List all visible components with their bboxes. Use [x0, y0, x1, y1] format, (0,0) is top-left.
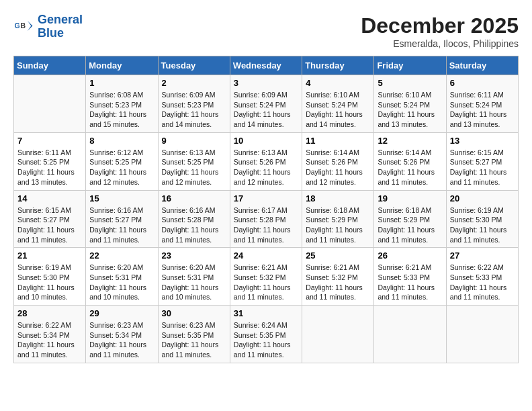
- day-number: 14: [17, 193, 82, 203]
- day-number: 31: [234, 308, 298, 318]
- day-cell: 14Sunrise: 6:15 AMSunset: 5:27 PMDayligh…: [14, 190, 86, 248]
- day-detail: Sunrise: 6:11 AMSunset: 5:24 PMDaylight:…: [450, 90, 515, 130]
- day-number: 18: [306, 193, 370, 203]
- day-cell: 31Sunrise: 6:24 AMSunset: 5:35 PMDayligh…: [230, 306, 302, 363]
- day-detail: Sunrise: 6:21 AMSunset: 5:32 PMDaylight:…: [306, 263, 370, 302]
- day-number: 26: [378, 250, 442, 261]
- day-number: 9: [162, 136, 226, 146]
- day-number: 5: [378, 78, 442, 88]
- day-number: 17: [234, 193, 298, 203]
- day-number: 30: [162, 308, 226, 318]
- col-header-saturday: Saturday: [446, 56, 518, 75]
- day-cell: 30Sunrise: 6:23 AMSunset: 5:35 PMDayligh…: [158, 306, 230, 363]
- day-number: 2: [162, 78, 226, 88]
- day-number: 27: [450, 250, 515, 261]
- day-number: 23: [162, 250, 226, 261]
- week-row-1: 1Sunrise: 6:08 AMSunset: 5:23 PMDaylight…: [14, 75, 519, 133]
- day-detail: Sunrise: 6:12 AMSunset: 5:25 PMDaylight:…: [89, 148, 154, 187]
- day-cell: 7Sunrise: 6:11 AMSunset: 5:25 PMDaylight…: [14, 132, 86, 190]
- day-cell: 11Sunrise: 6:14 AMSunset: 5:26 PMDayligh…: [302, 132, 374, 190]
- day-detail: Sunrise: 6:19 AMSunset: 5:30 PMDaylight:…: [17, 263, 82, 302]
- col-header-thursday: Thursday: [302, 56, 374, 75]
- col-header-wednesday: Wednesday: [230, 56, 302, 75]
- day-number: 1: [89, 78, 154, 88]
- day-detail: Sunrise: 6:16 AMSunset: 5:27 PMDaylight:…: [89, 205, 154, 245]
- logo-icon: G B: [13, 17, 34, 37]
- day-cell: 27Sunrise: 6:22 AMSunset: 5:33 PMDayligh…: [446, 248, 518, 306]
- col-header-monday: Monday: [86, 56, 158, 75]
- day-cell: 25Sunrise: 6:21 AMSunset: 5:32 PMDayligh…: [302, 248, 374, 306]
- day-detail: Sunrise: 6:17 AMSunset: 5:28 PMDaylight:…: [234, 205, 298, 245]
- week-row-2: 7Sunrise: 6:11 AMSunset: 5:25 PMDaylight…: [14, 132, 519, 190]
- day-cell: 3Sunrise: 6:09 AMSunset: 5:24 PMDaylight…: [230, 75, 302, 133]
- day-cell: 2Sunrise: 6:09 AMSunset: 5:23 PMDaylight…: [158, 75, 230, 133]
- page-header: G B General Blue December 2025 Esmeralda…: [13, 13, 519, 49]
- day-cell: 28Sunrise: 6:22 AMSunset: 5:34 PMDayligh…: [14, 306, 86, 363]
- day-cell: 29Sunrise: 6:23 AMSunset: 5:34 PMDayligh…: [86, 306, 158, 363]
- col-header-friday: Friday: [374, 56, 446, 75]
- day-cell: 9Sunrise: 6:13 AMSunset: 5:25 PMDaylight…: [158, 132, 230, 190]
- day-number: 19: [378, 193, 442, 203]
- day-detail: Sunrise: 6:18 AMSunset: 5:29 PMDaylight:…: [306, 205, 370, 245]
- day-detail: Sunrise: 6:08 AMSunset: 5:23 PMDaylight:…: [89, 90, 154, 130]
- day-number: 29: [89, 308, 154, 318]
- day-cell: 18Sunrise: 6:18 AMSunset: 5:29 PMDayligh…: [302, 190, 374, 248]
- day-number: 25: [306, 250, 370, 261]
- day-detail: Sunrise: 6:14 AMSunset: 5:26 PMDaylight:…: [306, 148, 370, 187]
- day-number: 10: [234, 136, 298, 146]
- day-detail: Sunrise: 6:20 AMSunset: 5:31 PMDaylight:…: [162, 263, 226, 302]
- logo-general: General: [38, 13, 83, 26]
- title-block: December 2025 Esmeralda, Ilocos, Philipp…: [361, 13, 519, 49]
- day-detail: Sunrise: 6:14 AMSunset: 5:26 PMDaylight:…: [378, 148, 442, 187]
- svg-marker-2: [28, 21, 33, 31]
- day-number: 15: [89, 193, 154, 203]
- day-detail: Sunrise: 6:22 AMSunset: 5:34 PMDaylight:…: [17, 320, 82, 360]
- day-cell: 19Sunrise: 6:18 AMSunset: 5:29 PMDayligh…: [374, 190, 446, 248]
- day-cell: [302, 306, 374, 363]
- day-detail: Sunrise: 6:10 AMSunset: 5:24 PMDaylight:…: [306, 90, 370, 130]
- day-cell: 20Sunrise: 6:19 AMSunset: 5:30 PMDayligh…: [446, 190, 518, 248]
- day-cell: 15Sunrise: 6:16 AMSunset: 5:27 PMDayligh…: [86, 190, 158, 248]
- month-year: December 2025: [361, 13, 519, 38]
- day-detail: Sunrise: 6:13 AMSunset: 5:25 PMDaylight:…: [162, 148, 226, 187]
- day-number: 4: [306, 78, 370, 88]
- day-cell: 16Sunrise: 6:16 AMSunset: 5:28 PMDayligh…: [158, 190, 230, 248]
- day-number: 8: [89, 136, 154, 146]
- day-number: 7: [17, 136, 82, 146]
- location: Esmeralda, Ilocos, Philippines: [361, 38, 519, 49]
- day-cell: 13Sunrise: 6:15 AMSunset: 5:27 PMDayligh…: [446, 132, 518, 190]
- day-cell: 12Sunrise: 6:14 AMSunset: 5:26 PMDayligh…: [374, 132, 446, 190]
- day-cell: [14, 75, 86, 133]
- day-number: 24: [234, 250, 298, 261]
- day-cell: 26Sunrise: 6:21 AMSunset: 5:33 PMDayligh…: [374, 248, 446, 306]
- day-number: 21: [17, 250, 82, 261]
- logo-text: General Blue: [38, 13, 83, 40]
- day-detail: Sunrise: 6:20 AMSunset: 5:31 PMDaylight:…: [89, 263, 154, 302]
- day-detail: Sunrise: 6:09 AMSunset: 5:24 PMDaylight:…: [234, 90, 298, 130]
- day-number: 12: [378, 136, 442, 146]
- day-detail: Sunrise: 6:24 AMSunset: 5:35 PMDaylight:…: [234, 320, 298, 360]
- day-detail: Sunrise: 6:22 AMSunset: 5:33 PMDaylight:…: [450, 263, 515, 302]
- day-detail: Sunrise: 6:19 AMSunset: 5:30 PMDaylight:…: [450, 205, 515, 245]
- day-cell: 10Sunrise: 6:13 AMSunset: 5:26 PMDayligh…: [230, 132, 302, 190]
- day-cell: 4Sunrise: 6:10 AMSunset: 5:24 PMDaylight…: [302, 75, 374, 133]
- week-row-5: 28Sunrise: 6:22 AMSunset: 5:34 PMDayligh…: [14, 306, 519, 363]
- day-detail: Sunrise: 6:13 AMSunset: 5:26 PMDaylight:…: [234, 148, 298, 187]
- day-number: 22: [89, 250, 154, 261]
- day-cell: 6Sunrise: 6:11 AMSunset: 5:24 PMDaylight…: [446, 75, 518, 133]
- svg-text:B: B: [21, 21, 26, 29]
- day-cell: 5Sunrise: 6:10 AMSunset: 5:24 PMDaylight…: [374, 75, 446, 133]
- day-cell: 22Sunrise: 6:20 AMSunset: 5:31 PMDayligh…: [86, 248, 158, 306]
- day-cell: [374, 306, 446, 363]
- day-detail: Sunrise: 6:09 AMSunset: 5:23 PMDaylight:…: [162, 90, 226, 130]
- col-header-tuesday: Tuesday: [158, 56, 230, 75]
- day-cell: 24Sunrise: 6:21 AMSunset: 5:32 PMDayligh…: [230, 248, 302, 306]
- day-number: 13: [450, 136, 515, 146]
- day-number: 20: [450, 193, 515, 203]
- day-detail: Sunrise: 6:10 AMSunset: 5:24 PMDaylight:…: [378, 90, 442, 130]
- calendar-table: SundayMondayTuesdayWednesdayThursdayFrid…: [13, 56, 519, 363]
- day-cell: 17Sunrise: 6:17 AMSunset: 5:28 PMDayligh…: [230, 190, 302, 248]
- day-detail: Sunrise: 6:18 AMSunset: 5:29 PMDaylight:…: [378, 205, 442, 245]
- day-cell: [446, 306, 518, 363]
- logo-blue: Blue: [38, 27, 83, 40]
